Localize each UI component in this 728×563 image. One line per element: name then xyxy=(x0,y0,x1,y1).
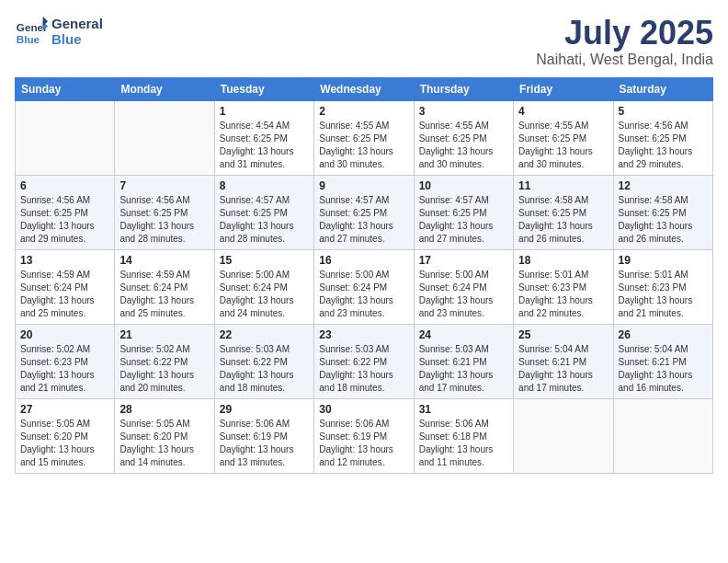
day-info: Sunrise: 4:59 AMSunset: 6:24 PMDaylight:… xyxy=(20,269,109,320)
day-number: 19 xyxy=(619,254,708,267)
weekday-header: Saturday xyxy=(613,77,712,100)
day-info: Sunrise: 5:00 AMSunset: 6:24 PMDaylight:… xyxy=(419,269,508,320)
day-info: Sunrise: 4:56 AMSunset: 6:25 PMDaylight:… xyxy=(20,194,109,246)
svg-text:Blue: Blue xyxy=(17,33,40,45)
calendar-day-cell: 18Sunrise: 5:01 AMSunset: 6:23 PMDayligh… xyxy=(514,249,613,324)
calendar-day-cell: 17Sunrise: 5:00 AMSunset: 6:24 PMDayligh… xyxy=(414,249,513,324)
day-number: 11 xyxy=(518,179,608,192)
day-info: Sunrise: 5:05 AMSunset: 6:20 PMDaylight:… xyxy=(20,418,109,469)
calendar-day-cell: 31Sunrise: 5:06 AMSunset: 6:18 PMDayligh… xyxy=(414,398,513,473)
day-info: Sunrise: 5:02 AMSunset: 6:22 PMDaylight:… xyxy=(119,343,209,395)
day-number: 17 xyxy=(419,254,508,267)
calendar-day-cell: 30Sunrise: 5:06 AMSunset: 6:19 PMDayligh… xyxy=(314,398,414,473)
calendar-day-cell: 12Sunrise: 4:58 AMSunset: 6:25 PMDayligh… xyxy=(613,175,712,249)
calendar-week-row: 6Sunrise: 4:56 AMSunset: 6:25 PMDaylight… xyxy=(16,175,713,249)
day-info: Sunrise: 4:57 AMSunset: 6:25 PMDaylight:… xyxy=(419,194,508,246)
calendar-day-cell: 27Sunrise: 5:05 AMSunset: 6:20 PMDayligh… xyxy=(16,398,115,473)
day-info: Sunrise: 5:04 AMSunset: 6:21 PMDaylight:… xyxy=(619,343,708,395)
day-info: Sunrise: 5:00 AMSunset: 6:24 PMDaylight:… xyxy=(220,269,309,320)
day-number: 5 xyxy=(619,105,708,118)
day-info: Sunrise: 5:01 AMSunset: 6:23 PMDaylight:… xyxy=(518,269,608,320)
day-info: Sunrise: 4:58 AMSunset: 6:25 PMDaylight:… xyxy=(518,194,608,246)
calendar-day-cell xyxy=(16,100,115,175)
calendar-day-cell: 2Sunrise: 4:55 AMSunset: 6:25 PMDaylight… xyxy=(314,100,414,175)
day-number: 22 xyxy=(220,328,309,341)
calendar-day-cell: 3Sunrise: 4:55 AMSunset: 6:25 PMDaylight… xyxy=(414,100,513,175)
day-info: Sunrise: 5:06 AMSunset: 6:18 PMDaylight:… xyxy=(419,418,508,469)
calendar-day-cell: 19Sunrise: 5:01 AMSunset: 6:23 PMDayligh… xyxy=(613,249,712,324)
calendar-day-cell: 20Sunrise: 5:02 AMSunset: 6:23 PMDayligh… xyxy=(16,324,115,398)
calendar-day-cell: 28Sunrise: 5:05 AMSunset: 6:20 PMDayligh… xyxy=(115,398,214,473)
day-number: 30 xyxy=(319,403,408,416)
weekday-header: Monday xyxy=(115,77,214,100)
calendar-day-cell: 14Sunrise: 4:59 AMSunset: 6:24 PMDayligh… xyxy=(115,249,214,324)
day-number: 1 xyxy=(220,105,309,118)
day-number: 18 xyxy=(518,254,608,267)
weekday-header: Friday xyxy=(514,77,613,100)
calendar-day-cell: 23Sunrise: 5:03 AMSunset: 6:22 PMDayligh… xyxy=(314,324,414,398)
day-info: Sunrise: 5:06 AMSunset: 6:19 PMDaylight:… xyxy=(319,418,408,469)
weekday-header: Sunday xyxy=(16,77,115,100)
calendar-day-cell: 11Sunrise: 4:58 AMSunset: 6:25 PMDayligh… xyxy=(514,175,613,249)
day-number: 10 xyxy=(419,179,508,192)
calendar-week-row: 27Sunrise: 5:05 AMSunset: 6:20 PMDayligh… xyxy=(16,398,713,473)
day-number: 14 xyxy=(119,254,209,267)
calendar-day-cell: 1Sunrise: 4:54 AMSunset: 6:25 PMDaylight… xyxy=(214,100,313,175)
calendar-day-cell: 9Sunrise: 4:57 AMSunset: 6:25 PMDaylight… xyxy=(314,175,414,249)
day-number: 24 xyxy=(419,328,508,341)
day-number: 31 xyxy=(419,403,508,416)
day-info: Sunrise: 4:57 AMSunset: 6:25 PMDaylight:… xyxy=(319,194,408,246)
day-info: Sunrise: 4:55 AMSunset: 6:25 PMDaylight:… xyxy=(518,120,608,171)
day-info: Sunrise: 4:55 AMSunset: 6:25 PMDaylight:… xyxy=(319,120,408,171)
day-info: Sunrise: 4:54 AMSunset: 6:25 PMDaylight:… xyxy=(220,120,309,171)
calendar-day-cell: 10Sunrise: 4:57 AMSunset: 6:25 PMDayligh… xyxy=(414,175,513,249)
calendar-day-cell: 13Sunrise: 4:59 AMSunset: 6:24 PMDayligh… xyxy=(16,249,115,324)
weekday-header: Wednesday xyxy=(314,77,414,100)
day-info: Sunrise: 5:03 AMSunset: 6:21 PMDaylight:… xyxy=(419,343,508,395)
page-header: General Blue General Blue July 2025 Naih… xyxy=(15,15,713,68)
day-number: 7 xyxy=(119,179,209,192)
calendar-day-cell xyxy=(115,100,214,175)
calendar-day-cell: 22Sunrise: 5:03 AMSunset: 6:22 PMDayligh… xyxy=(214,324,313,398)
day-number: 8 xyxy=(220,179,309,192)
calendar-day-cell: 21Sunrise: 5:02 AMSunset: 6:22 PMDayligh… xyxy=(115,324,214,398)
calendar-day-cell: 4Sunrise: 4:55 AMSunset: 6:25 PMDaylight… xyxy=(514,100,613,175)
day-info: Sunrise: 4:56 AMSunset: 6:25 PMDaylight:… xyxy=(119,194,209,246)
logo: General Blue General Blue xyxy=(15,15,103,48)
calendar-day-cell: 26Sunrise: 5:04 AMSunset: 6:21 PMDayligh… xyxy=(613,324,712,398)
day-info: Sunrise: 4:59 AMSunset: 6:24 PMDaylight:… xyxy=(119,269,209,320)
day-info: Sunrise: 5:06 AMSunset: 6:19 PMDaylight:… xyxy=(220,418,309,469)
day-number: 16 xyxy=(319,254,408,267)
day-info: Sunrise: 4:57 AMSunset: 6:25 PMDaylight:… xyxy=(220,194,309,246)
day-info: Sunrise: 5:00 AMSunset: 6:24 PMDaylight:… xyxy=(319,269,408,320)
calendar-day-cell: 5Sunrise: 4:56 AMSunset: 6:25 PMDaylight… xyxy=(613,100,712,175)
calendar-day-cell: 15Sunrise: 5:00 AMSunset: 6:24 PMDayligh… xyxy=(214,249,313,324)
day-info: Sunrise: 4:56 AMSunset: 6:25 PMDaylight:… xyxy=(619,120,708,171)
logo-general: General xyxy=(51,16,103,31)
calendar-week-row: 1Sunrise: 4:54 AMSunset: 6:25 PMDaylight… xyxy=(16,100,713,175)
day-number: 27 xyxy=(20,403,109,416)
day-number: 13 xyxy=(20,254,109,267)
calendar-day-cell: 16Sunrise: 5:00 AMSunset: 6:24 PMDayligh… xyxy=(314,249,414,324)
day-info: Sunrise: 5:03 AMSunset: 6:22 PMDaylight:… xyxy=(220,343,309,395)
day-number: 25 xyxy=(518,328,608,341)
calendar-day-cell: 7Sunrise: 4:56 AMSunset: 6:25 PMDaylight… xyxy=(115,175,214,249)
day-number: 3 xyxy=(419,105,508,118)
calendar-table: SundayMondayTuesdayWednesdayThursdayFrid… xyxy=(15,77,713,474)
day-number: 15 xyxy=(220,254,309,267)
day-number: 2 xyxy=(319,105,408,118)
day-info: Sunrise: 5:03 AMSunset: 6:22 PMDaylight:… xyxy=(319,343,408,395)
day-info: Sunrise: 5:02 AMSunset: 6:23 PMDaylight:… xyxy=(20,343,109,395)
day-number: 23 xyxy=(319,328,408,341)
calendar-day-cell: 25Sunrise: 5:04 AMSunset: 6:21 PMDayligh… xyxy=(514,324,613,398)
calendar-day-cell: 6Sunrise: 4:56 AMSunset: 6:25 PMDaylight… xyxy=(16,175,115,249)
calendar-day-cell xyxy=(514,398,613,473)
day-info: Sunrise: 5:05 AMSunset: 6:20 PMDaylight:… xyxy=(119,418,209,469)
weekday-header: Tuesday xyxy=(214,77,313,100)
day-info: Sunrise: 5:01 AMSunset: 6:23 PMDaylight:… xyxy=(619,269,708,320)
day-info: Sunrise: 5:04 AMSunset: 6:21 PMDaylight:… xyxy=(518,343,608,395)
weekday-header: Thursday xyxy=(414,77,513,100)
calendar-week-row: 20Sunrise: 5:02 AMSunset: 6:23 PMDayligh… xyxy=(16,324,713,398)
day-number: 28 xyxy=(119,403,209,416)
calendar-day-cell: 24Sunrise: 5:03 AMSunset: 6:21 PMDayligh… xyxy=(414,324,513,398)
